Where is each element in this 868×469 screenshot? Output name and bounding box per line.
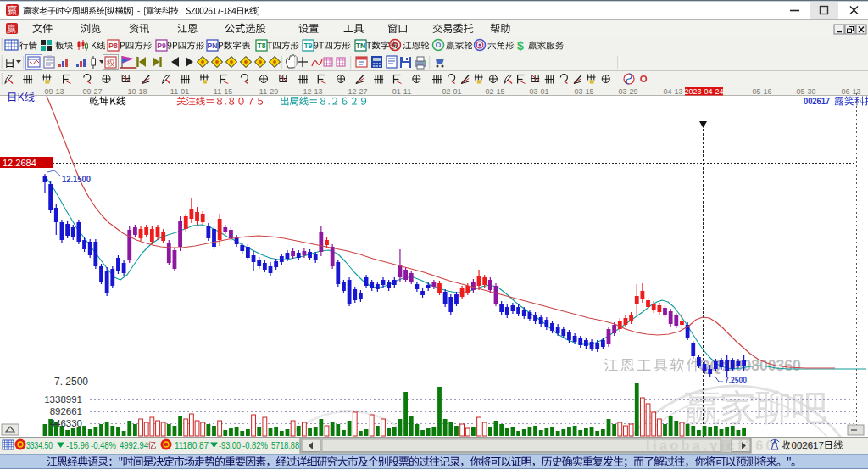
svg-text:TN: TN (356, 42, 365, 50)
svg-text:7. 2500: 7. 2500 (54, 376, 88, 388)
svg-text:05-30: 05-30 (796, 87, 815, 96)
svg-text:11-15: 11-15 (214, 87, 232, 96)
svg-text:11-01: 11-01 (170, 87, 189, 96)
svg-text:01-11: 01-11 (392, 87, 411, 96)
svg-text:06-13: 06-13 (841, 87, 860, 96)
svg-text:10-18: 10-18 (127, 87, 147, 96)
svg-text:04-13: 04-13 (663, 87, 682, 96)
svg-text:09-13: 09-13 (44, 87, 64, 96)
svg-text:$: $ (517, 39, 524, 53)
svg-text:2023-04-24: 2023-04-24 (684, 87, 723, 96)
svg-text:1338991: 1338991 (44, 394, 82, 405)
svg-text:05-16: 05-16 (752, 87, 771, 96)
svg-text:PN: PN (208, 42, 218, 50)
svg-text:02-15: 02-15 (485, 87, 504, 96)
svg-text:12-27: 12-27 (348, 87, 367, 96)
svg-text:002617: 002617 (804, 96, 830, 106)
svg-text:03-29: 03-29 (618, 87, 637, 96)
svg-text:T8: T8 (258, 42, 266, 50)
svg-text:P8: P8 (108, 42, 118, 50)
svg-text:3334.50: 3334.50 (26, 440, 53, 450)
svg-text:7.2500: 7.2500 (725, 375, 747, 385)
svg-text:892661: 892661 (50, 406, 82, 416)
svg-text:4992.94: 4992.94 (120, 440, 148, 450)
svg-text:09-27: 09-27 (82, 87, 102, 96)
svg-text:-0.48%: -0.48% (91, 440, 116, 450)
svg-text:P9: P9 (157, 42, 166, 50)
svg-text:03-01: 03-01 (529, 87, 548, 96)
svg-text:-93.00: -93.00 (219, 440, 241, 450)
svg-text:-15.96: -15.96 (66, 440, 89, 450)
svg-text:11180.87: 11180.87 (175, 440, 209, 450)
svg-text:12-13: 12-13 (303, 87, 322, 96)
svg-text:T9: T9 (304, 42, 313, 50)
svg-text:02-01: 02-01 (442, 87, 461, 96)
svg-text:12.2684: 12.2684 (3, 158, 36, 168)
svg-text:002617: 002617 (792, 440, 824, 450)
svg-text:03-15: 03-15 (574, 87, 593, 96)
svg-text:-0.82%: -0.82% (242, 440, 268, 450)
svg-text:446330: 446330 (50, 418, 82, 428)
svg-text:5718.88: 5718.88 (271, 440, 299, 450)
svg-text:11-29: 11-29 (259, 87, 278, 96)
svg-text:12.1500: 12.1500 (62, 174, 91, 184)
